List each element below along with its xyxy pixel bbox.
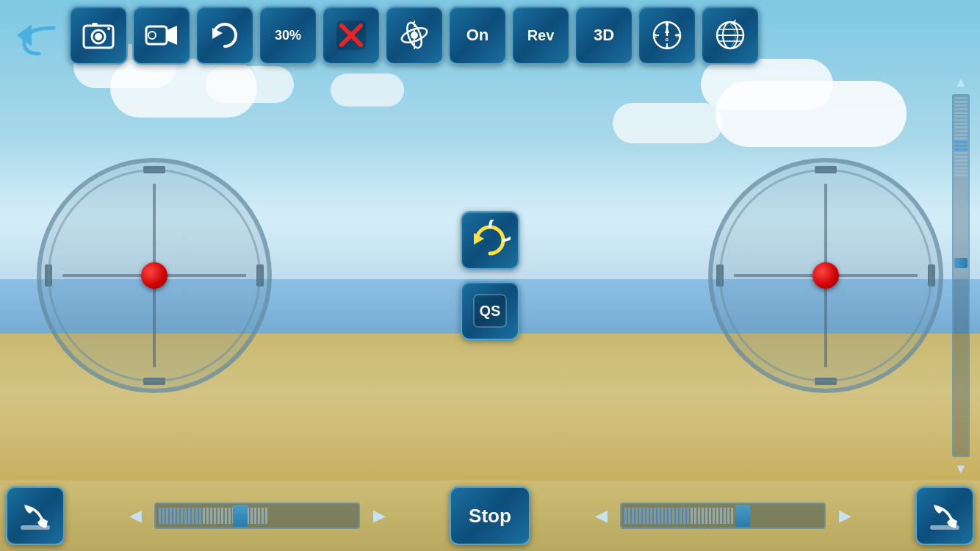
vslider-tick	[954, 108, 968, 110]
right-slider-right-arrow[interactable]: ▶	[832, 503, 858, 529]
slider-tick	[162, 508, 165, 524]
slider-tick	[265, 508, 267, 524]
slider-tick	[661, 508, 663, 524]
vslider-tick	[954, 170, 968, 173]
right-slider-left-arrow[interactable]: ◀	[588, 503, 614, 529]
joystick-dot[interactable]	[141, 262, 167, 289]
on-button[interactable]: On	[448, 6, 507, 65]
vslider-down-arrow[interactable]: ▼	[948, 460, 974, 478]
slider-tick	[228, 508, 231, 524]
vslider-tick	[954, 141, 968, 143]
svg-text:B: B	[666, 37, 669, 42]
slider-tick	[166, 508, 168, 524]
left-joystick[interactable]	[29, 151, 279, 400]
vslider-ticks	[954, 96, 968, 455]
right-joystick[interactable]	[701, 151, 951, 400]
slider-tick	[683, 508, 685, 524]
back-button[interactable]	[6, 6, 65, 65]
svg-text:N: N	[665, 21, 669, 26]
svg-text:S: S	[666, 45, 669, 50]
slider-tick	[650, 508, 652, 524]
3d-button[interactable]: 3D	[574, 6, 633, 65]
vslider-tick	[954, 101, 968, 103]
svg-marker-9	[212, 28, 223, 39]
svg-rect-39	[21, 525, 50, 530]
globe-button[interactable]	[701, 6, 760, 65]
left-slider-right-arrow[interactable]: ▶	[366, 503, 392, 529]
record-button[interactable]	[322, 6, 381, 65]
slider-tick	[665, 508, 667, 524]
vslider-tick	[954, 159, 968, 162]
vslider-tick	[954, 123, 968, 125]
photo-button[interactable]	[69, 6, 128, 65]
slider-tick	[635, 508, 638, 524]
slider-tick	[159, 508, 161, 524]
slider-tick	[691, 508, 693, 524]
svg-rect-4	[92, 23, 98, 26]
vslider-tick	[954, 167, 968, 169]
stop-label: Stop	[469, 505, 511, 527]
left-slider-left-arrow[interactable]: ◀	[122, 503, 148, 529]
joystick-dot[interactable]	[813, 262, 839, 289]
slider-tick	[177, 508, 179, 524]
slider-tick	[214, 508, 216, 524]
on-label: On	[466, 26, 489, 45]
middle-buttons: QS	[461, 211, 519, 340]
slider-tick	[676, 508, 678, 524]
flip-button[interactable]	[461, 211, 519, 270]
slider-tick	[254, 508, 256, 524]
stop-button[interactable]: Stop	[450, 486, 530, 545]
slider-tick	[709, 508, 711, 524]
right-slider-track[interactable]	[620, 503, 826, 529]
compass-button[interactable]: N S L R B	[638, 6, 696, 65]
vslider-tick	[954, 126, 968, 129]
refresh-button[interactable]	[195, 6, 254, 65]
slider-tick	[694, 508, 696, 524]
left-slider-track[interactable]	[154, 503, 360, 529]
slider-tick	[724, 508, 726, 524]
slider-tick	[192, 508, 194, 524]
slider-tick	[206, 508, 209, 524]
slider-tick	[713, 508, 715, 524]
vslider-tick	[954, 130, 968, 132]
slider-tick	[702, 508, 704, 524]
slider-tick	[716, 508, 718, 524]
slider-tick	[705, 508, 707, 524]
slider-tick	[210, 508, 212, 524]
vslider-tick	[954, 174, 968, 176]
slider-tick	[199, 508, 201, 524]
vslider-tick	[954, 112, 968, 114]
vslider-up-arrow[interactable]: ▲	[948, 73, 974, 91]
vslider-tick	[954, 104, 968, 107]
zoom-button[interactable]: 30%	[259, 6, 317, 65]
slider-tick	[258, 508, 260, 524]
slider-tick	[720, 508, 722, 524]
bottom-bar: ◀ ▶ Stop ◀ ▶	[0, 480, 980, 551]
svg-text:L: L	[655, 33, 658, 38]
left-slider-thumb	[233, 505, 248, 527]
slider-tick	[669, 508, 671, 524]
slider-tick	[184, 508, 187, 524]
qs-button[interactable]: QS	[461, 281, 519, 340]
svg-point-8	[148, 32, 156, 39]
vslider-tick	[954, 145, 968, 147]
slider-tick	[646, 508, 649, 524]
right-vertical-slider: ▲ ▼	[948, 73, 974, 478]
3d-label: 3D	[594, 26, 614, 45]
left-slider-group: ◀ ▶	[122, 503, 392, 529]
slider-tick	[251, 508, 253, 524]
rev-button[interactable]: Rev	[511, 6, 570, 65]
vslider-tick	[954, 119, 968, 121]
right-slider-thumb	[735, 505, 750, 527]
slider-tick	[624, 508, 627, 524]
slider-tick	[203, 508, 205, 524]
right-call-button[interactable]	[915, 486, 974, 545]
svg-point-5	[107, 27, 110, 30]
slider-tick	[680, 508, 682, 524]
slider-tick	[225, 508, 227, 524]
vslider-track[interactable]	[952, 94, 970, 457]
svg-text:QS: QS	[480, 303, 501, 319]
gyro-button[interactable]	[385, 6, 444, 65]
video-button[interactable]	[132, 6, 191, 65]
left-call-button[interactable]	[6, 486, 65, 545]
